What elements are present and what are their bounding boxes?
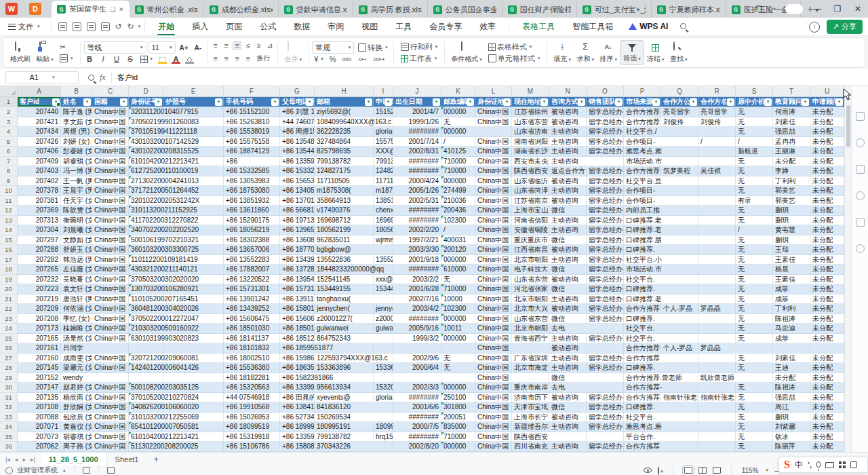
filter-dropdown-icon[interactable]: ▾ [690,98,697,106]
cell[interactable]: 未分配 [810,442,844,452]
cell[interactable]: +86 田晁的1395 [280,393,315,403]
header-cell[interactable]: 咨询方式▾ [549,97,587,107]
filter-dropdown-icon[interactable]: ▾ [578,98,585,106]
microphone-icon[interactable] [816,461,821,468]
cell[interactable]: ######## [393,206,441,216]
cell[interactable] [698,176,736,187]
cell[interactable]: 湖南省长沙 [512,147,549,157]
cell[interactable]: +86 15152100 [224,107,280,117]
cell[interactable]: 207209 [18,304,61,314]
cell[interactable]: 合作方推荐 [624,343,661,354]
cell[interactable]: 207208 [18,314,61,324]
column-header-S[interactable]: S [736,86,773,97]
fx-icon[interactable]: fx [100,73,106,83]
cell[interactable]: 湖南省浏阳 [512,137,549,147]
cell[interactable]: 630103199903020823 [129,334,224,344]
cell[interactable]: 2002/2/20 [393,225,441,235]
cell[interactable]: 未分配 [810,294,844,305]
orientation-icon[interactable]: ⊿ [265,41,274,50]
row-header-28[interactable]: 28 [0,363,18,373]
cell[interactable]: +86 1877000215 [280,245,315,255]
cell[interactable]: +86 刘慧 137052 [280,107,315,117]
cell[interactable]: 2000/4/24 [393,176,441,187]
sum-button[interactable]: Σ 求和▾ [574,40,597,65]
filter-dropdown-icon[interactable]: ▾ [365,98,372,106]
cell[interactable]: 个人-罗晶 [661,343,698,354]
cell[interactable]: 207062 [18,442,61,452]
cell[interactable]: 四川省南充 [512,442,549,452]
row-header-23[interactable]: 23 [0,314,18,324]
increase-decimal-button[interactable]: .0↤ [355,54,368,64]
cell[interactable]: 平台合作. [624,432,698,442]
cell[interactable]: 未分配 [810,137,844,147]
cell[interactable]: 指南针张老师 [661,393,698,403]
cell[interactable]: 强思喆 [773,393,810,403]
cell[interactable]: 留学总经办 [587,393,624,403]
header-cell[interactable]: 销售团队▾ [587,97,624,107]
column-header-F[interactable]: F [224,86,280,97]
cell[interactable]: / [736,225,773,235]
row-header-29[interactable]: 29 [0,373,18,383]
cell[interactable]: +86 1370140948 [280,196,315,206]
cell[interactable]: 2005/9/16 [393,324,441,334]
cell[interactable]: 207219 [18,294,61,305]
cell[interactable]: xxx@163.c( [374,275,393,285]
cell[interactable]: 207288 [18,245,61,255]
cell[interactable]: China中国 [92,137,129,147]
cell[interactable]: China中国 [475,334,512,344]
cell[interactable]: 指南针张老师 [698,393,736,403]
sheet-tab-Sheet1[interactable]: Sheet1 [107,453,147,466]
cell[interactable]: 陈歆赞 (女) [61,206,92,216]
cell[interactable]: 左佳薇 (女) [61,265,92,275]
cell[interactable]: 留学总经办 [587,275,624,285]
cell[interactable]: 200120 [441,245,475,255]
cell[interactable]: 未分配 [810,354,844,364]
cell[interactable]: 被动咨询 [549,304,587,314]
cell[interactable]: guiwanwei [315,324,374,334]
cell[interactable]: +86 15319918 [224,432,280,442]
cell[interactable] [698,432,736,442]
cell[interactable]: China中国 [475,402,512,413]
cell[interactable]: 未分配 [810,363,844,373]
filter-dropdown-icon[interactable]: ▾ [155,98,162,106]
cell[interactable]: 无 [736,235,773,246]
search-button[interactable] [675,22,692,31]
row-header-8[interactable]: 8 [0,166,18,176]
cell[interactable]: 丁利利 [773,304,810,314]
cell[interactable]: xyevents@ [315,393,374,403]
cell[interactable]: 180995191 [315,422,374,432]
cell[interactable]: 1997/2/21 [393,235,441,246]
screen-share-icon[interactable]: ❑ [110,6,115,13]
cell[interactable]: 冯一博 (男) [61,166,92,176]
cell[interactable]: 207173 [18,324,61,334]
filter-dropdown-icon[interactable]: ▾ [433,98,440,106]
cell[interactable]: 刘俊伶 [698,117,736,128]
cell[interactable]: 000000 [441,383,475,393]
cell[interactable]: 重庆重庆市 [512,235,549,246]
cell[interactable]: 864752343 [315,334,393,344]
header-cell[interactable]: 合作方公司▾ [661,97,698,107]
cell[interactable]: 274499 [441,186,475,196]
cell[interactable]: 无 [441,354,475,364]
share-button[interactable]: ↗分享 [827,20,863,34]
cell[interactable]: 207434 [18,127,61,137]
close-tab-icon[interactable]: ✕ [119,6,124,13]
font-name-select[interactable]: 等线▾ [84,41,146,54]
cell[interactable]: +86 15106786 [224,442,280,452]
row-header-33[interactable]: 33 [0,413,18,423]
cell[interactable]: 内部员工推 [624,206,698,216]
cell[interactable]: ######## [393,157,441,167]
cell[interactable]: 王素佳 [773,275,810,285]
cell[interactable]: +86 1335925706 [280,432,315,442]
zoom-search-icon[interactable] [88,75,94,81]
cell[interactable]: +86 1560607336 [280,314,315,324]
cell[interactable]: 18448233200000@qq [315,265,393,275]
cell[interactable]: China中国 [92,265,129,275]
cell[interactable]: 2002/7/16 [393,294,441,305]
cell[interactable]: +86 18501030 [224,324,280,334]
cell[interactable]: 凯欣曾老师 [698,373,773,383]
cell[interactable]: m1875308( [374,186,393,196]
align-right-icon[interactable]: ≡ [233,54,241,62]
cell[interactable]: 成雨雯 (女) [61,354,92,364]
cell[interactable]: +86 15536380 [224,363,280,373]
